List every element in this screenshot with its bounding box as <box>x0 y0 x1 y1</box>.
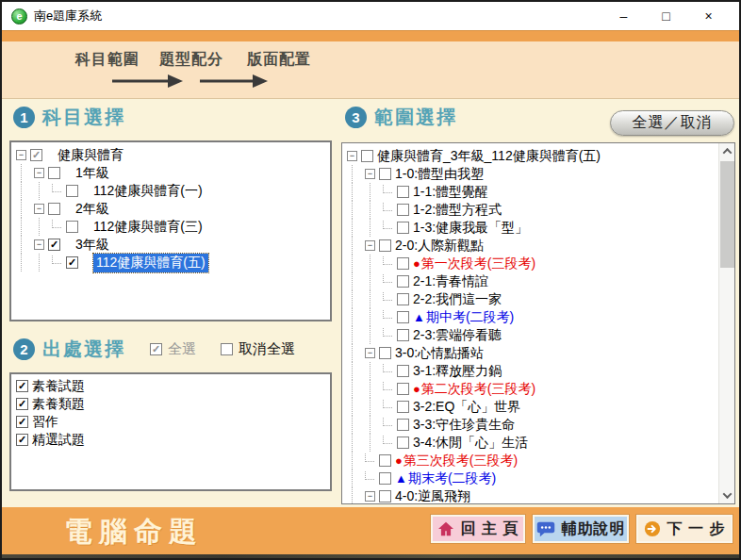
tree-node-label[interactable]: 1年級 <box>75 165 109 182</box>
collapse-toggle-icon[interactable]: − <box>365 348 375 358</box>
scroll-up-icon[interactable] <box>719 143 735 159</box>
source-item-checkbox[interactable]: ✓ <box>16 398 28 410</box>
tree-checkbox[interactable] <box>379 472 391 485</box>
collapse-toggle-icon[interactable]: − <box>365 491 375 502</box>
collapse-toggle-icon[interactable]: − <box>34 204 44 214</box>
tree-row[interactable]: −4-0:逆風飛翔 <box>342 487 718 504</box>
source-item-checkbox[interactable]: ✓ <box>16 416 28 428</box>
source-item-checkbox[interactable]: ✓ <box>16 380 28 392</box>
tree-row[interactable]: ▲期中考(二段考) <box>342 308 718 326</box>
select-all-checkbox-group[interactable]: ✓ 全選 <box>150 340 196 358</box>
collapse-toggle-icon[interactable]: − <box>365 240 375 251</box>
tree-row[interactable]: 2-1:青春情誼 <box>342 272 718 290</box>
scrollbar-thumb[interactable] <box>720 161 734 268</box>
home-button[interactable]: 回 主 頁 <box>431 515 525 543</box>
tree-checkbox[interactable] <box>397 186 409 198</box>
tree-row[interactable]: −3-0:心情點播站 <box>342 344 718 362</box>
help-button[interactable]: 輔助說明 <box>533 515 629 543</box>
tree-node-label[interactable]: 2-1:青春情誼 <box>413 273 488 290</box>
tree-row[interactable]: −2-0:人際新觀點 <box>342 237 718 255</box>
tree-node-label[interactable]: 期末考(二段考) <box>408 470 496 487</box>
tree-node-label[interactable]: 2-3:雲端停看聽 <box>413 327 502 344</box>
tree-node-label[interactable]: 期中考(二段考) <box>426 309 514 326</box>
select-all-toggle-button[interactable]: 全選／取消 <box>610 110 734 136</box>
tree-node-label[interactable]: 第一次段考(三段考) <box>421 255 535 272</box>
tree-checkbox[interactable] <box>379 168 391 180</box>
tree-node-label[interactable]: 112健康與體育(三) <box>93 219 203 236</box>
minimize-button[interactable]: – <box>602 3 645 29</box>
tree-row[interactable]: −健康與體育_3年級_112健康與體育(五) <box>342 147 718 165</box>
tree-checkbox[interactable] <box>397 365 409 377</box>
tree-row[interactable]: 112健康與體育(一) <box>11 182 330 200</box>
source-item-checkbox[interactable]: ✓ <box>16 434 28 446</box>
tree-checkbox[interactable] <box>397 275 409 288</box>
collapse-toggle-icon[interactable]: − <box>16 150 26 160</box>
tree-node-label[interactable]: 4-0:逆風飛翔 <box>395 488 470 505</box>
collapse-toggle-icon[interactable]: − <box>365 169 375 179</box>
tree-row[interactable]: 1-1:體型覺醒 <box>342 183 718 201</box>
scrollbar[interactable] <box>718 143 734 503</box>
tree-row[interactable]: ▲期末考(二段考) <box>342 469 718 487</box>
collapse-toggle-icon[interactable]: − <box>34 168 44 178</box>
tree-row[interactable]: 3-1:釋放壓力鍋 <box>342 362 718 380</box>
tree-checkbox[interactable] <box>379 347 391 359</box>
tree-node-label[interactable]: 2年級 <box>75 201 109 218</box>
tree-checkbox[interactable]: ✓ <box>48 239 60 251</box>
tree-row[interactable]: −1-0:體型由我塑 <box>342 165 718 183</box>
deselect-all-checkbox[interactable] <box>221 343 233 355</box>
tree-checkbox[interactable] <box>397 257 409 270</box>
tree-row[interactable]: −2年級 <box>11 200 330 218</box>
tree-node-label[interactable]: 3-2:EQ「心」世界 <box>413 399 520 416</box>
tree-row[interactable]: 2-3:雲端停看聽 <box>342 326 718 344</box>
tree-node-label[interactable]: 1-1:體型覺醒 <box>413 184 488 201</box>
tree-checkbox[interactable] <box>397 419 409 431</box>
tree-row[interactable]: −1年級 <box>11 164 330 182</box>
close-button[interactable]: × <box>687 3 730 29</box>
tree-checkbox[interactable] <box>397 293 409 305</box>
tree-row[interactable]: 1-3:健康我最「型」 <box>342 219 718 237</box>
tree-node-label[interactable]: 3-3:守住珍貴生命 <box>413 417 515 434</box>
tree-node-label[interactable]: 3-4:休閒「心」生活 <box>413 435 528 452</box>
tree-row[interactable]: ●第二次段考(三段考) <box>342 380 718 398</box>
tree-node-label[interactable]: 2-0:人際新觀點 <box>395 238 484 255</box>
tree-row[interactable]: 1-2:體型方程式 <box>342 201 718 219</box>
tree-checkbox[interactable] <box>379 239 391 252</box>
tree-node-label[interactable]: 1-0:體型由我塑 <box>395 166 484 183</box>
tree-row[interactable]: 3-3:守住珍貴生命 <box>342 416 718 434</box>
maximize-button[interactable]: □ <box>645 3 687 29</box>
tree-checkbox[interactable]: ✓ <box>66 256 78 269</box>
collapse-toggle-icon[interactable]: − <box>34 239 44 250</box>
collapse-toggle-icon[interactable]: − <box>347 151 357 161</box>
tree-node-label[interactable]: 112健康與體育(一) <box>93 183 203 200</box>
tree-node-label[interactable]: 2-2:我們這一家 <box>413 291 502 308</box>
tree-node-label[interactable]: 健康與體育_3年級_112健康與體育(五) <box>377 148 601 165</box>
tree-row[interactable]: −✓3年級 <box>11 236 330 254</box>
tree-row[interactable]: ●第三次段考(三段考) <box>342 452 718 469</box>
tree-checkbox[interactable] <box>397 311 409 323</box>
select-all-checkbox[interactable]: ✓ <box>150 343 162 355</box>
tree-checkbox[interactable] <box>397 222 409 234</box>
tree-node-label[interactable]: 3-1:釋放壓力鍋 <box>413 363 502 380</box>
tree-row[interactable]: ✓112健康與體育(五) <box>11 254 330 272</box>
tree-checkbox[interactable] <box>397 383 409 395</box>
tree-checkbox[interactable] <box>397 436 409 449</box>
source-list-item[interactable]: ✓素養類題 <box>11 395 330 413</box>
tree-row[interactable]: ●第一次段考(三段考) <box>342 255 718 272</box>
tree-checkbox[interactable] <box>379 454 391 467</box>
next-step-button[interactable]: 下 一 步 <box>636 515 733 543</box>
tree-node-label[interactable]: 健康與體育 <box>58 147 124 164</box>
tree-checkbox[interactable] <box>66 221 78 233</box>
source-list-item[interactable]: ✓精選試題 <box>11 431 330 449</box>
tree-checkbox[interactable] <box>379 490 391 502</box>
tree-checkbox[interactable] <box>397 329 409 341</box>
source-list-item[interactable]: ✓素養試題 <box>11 377 330 395</box>
tree-row[interactable]: 3-4:休閒「心」生活 <box>342 434 718 452</box>
tree-checkbox[interactable] <box>397 204 409 216</box>
tree-checkbox[interactable] <box>66 185 78 197</box>
tree-node-label[interactable]: 3年級 <box>75 237 109 254</box>
tree-checkbox[interactable] <box>48 203 60 215</box>
tree-row[interactable]: −✓健康與體育 <box>11 146 330 164</box>
tree-node-label[interactable]: 1-2:體型方程式 <box>413 202 502 219</box>
scroll-down-icon[interactable] <box>719 487 735 503</box>
tree-node-label[interactable]: 112健康與體育(五) <box>93 254 208 272</box>
